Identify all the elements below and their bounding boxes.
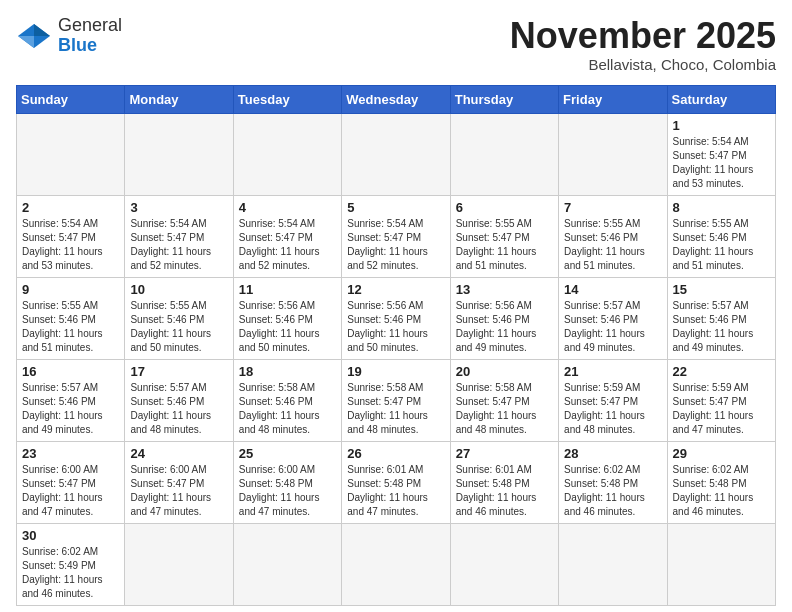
calendar-cell: 26Sunrise: 6:01 AM Sunset: 5:48 PM Dayli… <box>342 441 450 523</box>
calendar-cell: 12Sunrise: 5:56 AM Sunset: 5:46 PM Dayli… <box>342 277 450 359</box>
calendar-cell: 30Sunrise: 6:02 AM Sunset: 5:49 PM Dayli… <box>17 523 125 605</box>
calendar-cell: 9Sunrise: 5:55 AM Sunset: 5:46 PM Daylig… <box>17 277 125 359</box>
calendar-cell: 11Sunrise: 5:56 AM Sunset: 5:46 PM Dayli… <box>233 277 341 359</box>
svg-marker-2 <box>18 36 34 48</box>
day-info: Sunrise: 6:00 AM Sunset: 5:48 PM Dayligh… <box>239 463 336 519</box>
day-number: 18 <box>239 364 336 379</box>
day-info: Sunrise: 6:00 AM Sunset: 5:47 PM Dayligh… <box>130 463 227 519</box>
calendar-cell: 10Sunrise: 5:55 AM Sunset: 5:46 PM Dayli… <box>125 277 233 359</box>
logo: General Blue <box>16 16 122 56</box>
calendar-cell <box>667 523 775 605</box>
day-info: Sunrise: 6:02 AM Sunset: 5:49 PM Dayligh… <box>22 545 119 601</box>
calendar-cell <box>559 523 667 605</box>
day-info: Sunrise: 5:56 AM Sunset: 5:46 PM Dayligh… <box>347 299 444 355</box>
weekday-header-wednesday: Wednesday <box>342 85 450 113</box>
calendar-cell: 20Sunrise: 5:58 AM Sunset: 5:47 PM Dayli… <box>450 359 558 441</box>
calendar-week-1: 1Sunrise: 5:54 AM Sunset: 5:47 PM Daylig… <box>17 113 776 195</box>
day-number: 10 <box>130 282 227 297</box>
calendar-cell: 24Sunrise: 6:00 AM Sunset: 5:47 PM Dayli… <box>125 441 233 523</box>
day-number: 6 <box>456 200 553 215</box>
calendar-week-3: 9Sunrise: 5:55 AM Sunset: 5:46 PM Daylig… <box>17 277 776 359</box>
day-info: Sunrise: 6:02 AM Sunset: 5:48 PM Dayligh… <box>673 463 770 519</box>
day-info: Sunrise: 5:58 AM Sunset: 5:46 PM Dayligh… <box>239 381 336 437</box>
calendar-week-2: 2Sunrise: 5:54 AM Sunset: 5:47 PM Daylig… <box>17 195 776 277</box>
calendar-cell: 2Sunrise: 5:54 AM Sunset: 5:47 PM Daylig… <box>17 195 125 277</box>
calendar-cell: 16Sunrise: 5:57 AM Sunset: 5:46 PM Dayli… <box>17 359 125 441</box>
calendar-cell: 7Sunrise: 5:55 AM Sunset: 5:46 PM Daylig… <box>559 195 667 277</box>
calendar-cell: 15Sunrise: 5:57 AM Sunset: 5:46 PM Dayli… <box>667 277 775 359</box>
day-info: Sunrise: 5:57 AM Sunset: 5:46 PM Dayligh… <box>22 381 119 437</box>
logo-icon <box>16 22 52 50</box>
logo-general-text: General <box>58 15 122 35</box>
day-number: 24 <box>130 446 227 461</box>
calendar-cell: 22Sunrise: 5:59 AM Sunset: 5:47 PM Dayli… <box>667 359 775 441</box>
calendar-cell <box>125 113 233 195</box>
day-info: Sunrise: 5:54 AM Sunset: 5:47 PM Dayligh… <box>22 217 119 273</box>
day-number: 26 <box>347 446 444 461</box>
calendar-cell: 17Sunrise: 5:57 AM Sunset: 5:46 PM Dayli… <box>125 359 233 441</box>
calendar: SundayMondayTuesdayWednesdayThursdayFrid… <box>16 85 776 606</box>
calendar-cell: 14Sunrise: 5:57 AM Sunset: 5:46 PM Dayli… <box>559 277 667 359</box>
calendar-cell <box>125 523 233 605</box>
day-info: Sunrise: 5:56 AM Sunset: 5:46 PM Dayligh… <box>239 299 336 355</box>
day-number: 30 <box>22 528 119 543</box>
calendar-cell <box>450 113 558 195</box>
day-number: 3 <box>130 200 227 215</box>
calendar-week-4: 16Sunrise: 5:57 AM Sunset: 5:46 PM Dayli… <box>17 359 776 441</box>
day-info: Sunrise: 5:57 AM Sunset: 5:46 PM Dayligh… <box>130 381 227 437</box>
calendar-cell <box>342 523 450 605</box>
day-info: Sunrise: 5:55 AM Sunset: 5:47 PM Dayligh… <box>456 217 553 273</box>
weekday-header-monday: Monday <box>125 85 233 113</box>
month-title: November 2025 <box>510 16 776 56</box>
weekday-header-sunday: Sunday <box>17 85 125 113</box>
day-info: Sunrise: 6:00 AM Sunset: 5:47 PM Dayligh… <box>22 463 119 519</box>
day-number: 11 <box>239 282 336 297</box>
day-number: 8 <box>673 200 770 215</box>
day-number: 2 <box>22 200 119 215</box>
calendar-cell <box>450 523 558 605</box>
calendar-cell: 6Sunrise: 5:55 AM Sunset: 5:47 PM Daylig… <box>450 195 558 277</box>
day-info: Sunrise: 5:54 AM Sunset: 5:47 PM Dayligh… <box>347 217 444 273</box>
day-info: Sunrise: 5:58 AM Sunset: 5:47 PM Dayligh… <box>347 381 444 437</box>
calendar-cell: 21Sunrise: 5:59 AM Sunset: 5:47 PM Dayli… <box>559 359 667 441</box>
calendar-cell: 28Sunrise: 6:02 AM Sunset: 5:48 PM Dayli… <box>559 441 667 523</box>
calendar-cell: 23Sunrise: 6:00 AM Sunset: 5:47 PM Dayli… <box>17 441 125 523</box>
calendar-week-6: 30Sunrise: 6:02 AM Sunset: 5:49 PM Dayli… <box>17 523 776 605</box>
title-area: November 2025 Bellavista, Choco, Colombi… <box>510 16 776 73</box>
day-number: 13 <box>456 282 553 297</box>
calendar-cell: 5Sunrise: 5:54 AM Sunset: 5:47 PM Daylig… <box>342 195 450 277</box>
calendar-cell: 18Sunrise: 5:58 AM Sunset: 5:46 PM Dayli… <box>233 359 341 441</box>
day-number: 14 <box>564 282 661 297</box>
calendar-cell: 8Sunrise: 5:55 AM Sunset: 5:46 PM Daylig… <box>667 195 775 277</box>
day-info: Sunrise: 5:55 AM Sunset: 5:46 PM Dayligh… <box>130 299 227 355</box>
calendar-cell: 27Sunrise: 6:01 AM Sunset: 5:48 PM Dayli… <box>450 441 558 523</box>
day-number: 5 <box>347 200 444 215</box>
day-info: Sunrise: 5:55 AM Sunset: 5:46 PM Dayligh… <box>22 299 119 355</box>
day-info: Sunrise: 6:01 AM Sunset: 5:48 PM Dayligh… <box>456 463 553 519</box>
day-number: 4 <box>239 200 336 215</box>
day-info: Sunrise: 5:58 AM Sunset: 5:47 PM Dayligh… <box>456 381 553 437</box>
day-info: Sunrise: 5:59 AM Sunset: 5:47 PM Dayligh… <box>673 381 770 437</box>
calendar-cell: 3Sunrise: 5:54 AM Sunset: 5:47 PM Daylig… <box>125 195 233 277</box>
day-info: Sunrise: 5:57 AM Sunset: 5:46 PM Dayligh… <box>673 299 770 355</box>
day-number: 25 <box>239 446 336 461</box>
calendar-cell <box>17 113 125 195</box>
weekday-header-tuesday: Tuesday <box>233 85 341 113</box>
day-number: 22 <box>673 364 770 379</box>
day-info: Sunrise: 5:59 AM Sunset: 5:47 PM Dayligh… <box>564 381 661 437</box>
weekday-header-thursday: Thursday <box>450 85 558 113</box>
calendar-cell: 1Sunrise: 5:54 AM Sunset: 5:47 PM Daylig… <box>667 113 775 195</box>
weekday-header-friday: Friday <box>559 85 667 113</box>
calendar-cell: 19Sunrise: 5:58 AM Sunset: 5:47 PM Dayli… <box>342 359 450 441</box>
day-info: Sunrise: 6:02 AM Sunset: 5:48 PM Dayligh… <box>564 463 661 519</box>
calendar-week-5: 23Sunrise: 6:00 AM Sunset: 5:47 PM Dayli… <box>17 441 776 523</box>
day-number: 27 <box>456 446 553 461</box>
day-number: 29 <box>673 446 770 461</box>
day-info: Sunrise: 5:54 AM Sunset: 5:47 PM Dayligh… <box>239 217 336 273</box>
subtitle: Bellavista, Choco, Colombia <box>510 56 776 73</box>
day-number: 17 <box>130 364 227 379</box>
day-number: 19 <box>347 364 444 379</box>
header: General Blue November 2025 Bellavista, C… <box>16 16 776 73</box>
calendar-cell: 25Sunrise: 6:00 AM Sunset: 5:48 PM Dayli… <box>233 441 341 523</box>
calendar-cell <box>342 113 450 195</box>
